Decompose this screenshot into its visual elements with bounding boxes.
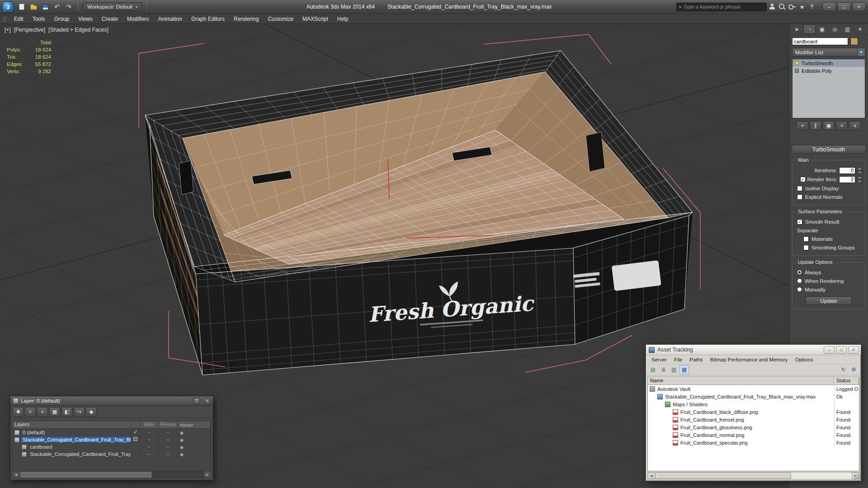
make-unique[interactable]: ▣ [823,121,835,130]
help-icon[interactable]: ? [807,3,816,11]
layer-name[interactable]: Stackable_Corrugated_Cardboard_Fruit_Tra… [28,451,131,457]
object-color-swatch[interactable] [850,38,858,45]
menu-views[interactable]: Views [74,14,97,23]
menu-maxscript[interactable]: MAXScript [298,14,333,23]
current-layer-cell[interactable]: ✓ [131,429,140,436]
hide-cell[interactable]: – [140,436,158,443]
open-file-button[interactable] [29,2,38,11]
asset-row[interactable]: Autodesk Vault Logged O [648,385,859,393]
viewport-general-menu[interactable]: [+] [5,27,11,33]
hide-cell[interactable]: – [140,429,158,436]
scroll-thumb[interactable] [656,473,791,479]
rollout-turbosmooth-header[interactable]: TurboSmooth [792,145,866,154]
pin-stack[interactable]: ⌖ [797,121,808,130]
scroll-left-button[interactable]: ◄ [648,473,655,479]
asset-row[interactable]: Fruit_Cardboard_frensel.png Found [648,416,859,423]
explicit-normals-checkbox[interactable] [797,194,802,200]
delete-layer[interactable]: × [25,407,36,417]
asset-table-header[interactable]: Name Status [648,377,859,385]
favorites-icon[interactable]: ★ [797,3,807,11]
workspace-dropdown[interactable]: Workspace: Default ▾ [83,2,142,11]
modifier-list-dropdown[interactable]: Modifier List ▼ [792,48,865,56]
freeze-cell[interactable]: – [158,450,178,458]
show-end-result[interactable]: ∥ [810,121,821,130]
asset-minimize-button[interactable]: – [824,346,835,354]
asset-row[interactable]: Fruit_Cardboard_specular.png Found [648,439,859,446]
menu-help[interactable]: Help [333,14,353,23]
minimize-button[interactable]: – [822,2,836,11]
menu-group[interactable]: Group [50,14,74,23]
viewport-label[interactable]: [+][Perspective][Shaded + Edged Faces] [5,27,112,33]
update-manually-radio[interactable] [797,287,802,292]
layer-table-header[interactable]: Layers Hide Freeze Render [13,421,211,429]
search-input[interactable] [684,4,764,9]
menu-modifiers[interactable]: Modifiers [123,14,154,23]
layer-row[interactable]: cardboard – – ◉ [13,443,211,450]
current-layer-checkbox[interactable] [133,437,137,441]
separate-materials-checkbox[interactable] [803,236,809,242]
asset-tool-view-columns[interactable]: ▥ [669,365,679,374]
separate-smoothing-groups-checkbox[interactable] [803,245,809,250]
community-icon[interactable] [768,3,777,11]
scroll-thumb[interactable] [20,472,151,478]
asset-menu-paths[interactable]: Paths [686,356,706,363]
current-layer-cell[interactable] [131,443,140,450]
layer-close-button[interactable]: × [203,398,211,404]
layer-name[interactable]: cardboard [28,444,54,450]
new-scene-button[interactable] [17,2,26,11]
select-layer-objects[interactable]: ▦ [49,407,60,417]
update-button[interactable]: Update [806,296,852,305]
search-icon[interactable] [778,3,787,11]
asset-tool-view-details[interactable]: ▦ [679,365,689,374]
iterations-field[interactable]: 0 [839,167,855,174]
remove-modifier[interactable]: × [836,121,848,130]
asset-horizontal-scrollbar[interactable]: ◄ ► [647,472,859,479]
render-cell[interactable]: ◉ [178,443,211,450]
menu-edit[interactable]: Edit [9,14,28,23]
asset-menu-bitmap-performance-and-memory[interactable]: Bitmap Performance and Memory [707,356,792,363]
asset-maximize-button[interactable]: □ [836,346,847,354]
asset-tool-settings[interactable]: ⚙ [849,365,859,374]
hide-cell[interactable]: – [140,450,158,458]
asset-row[interactable]: Fruit_Cardboard_glossiness.png Found [648,423,859,431]
column-name[interactable]: Name [648,377,834,385]
add-to-layer[interactable]: + [37,407,48,417]
close-button[interactable]: × [852,2,866,11]
tab-display[interactable]: ▥ [841,24,854,34]
menu-graph-editors[interactable]: Graph Editors [187,14,229,23]
layer-help-button[interactable]: ? [193,398,200,404]
tab-modify[interactable]: ◔ [803,24,816,34]
merge-layer[interactable]: ↪ [74,407,85,417]
update-when-rendering-radio[interactable] [797,278,802,283]
layer-row[interactable]: Stackable_Corrugated_Cardboard_Fruit_Tra… [13,450,211,458]
freeze-cell[interactable]: – [158,443,178,450]
asset-menu-file[interactable]: File [670,356,686,363]
application-menu-button[interactable]: 3 [2,1,14,12]
asset-row[interactable]: Fruit_Cardboard_normal.png Found [648,431,859,439]
render-iters-checkbox[interactable]: ✓ [800,177,806,182]
column-current[interactable] [131,421,140,428]
layer-name[interactable]: 0 (default) [21,430,47,435]
viewport-shading-menu[interactable]: [Shaded + Edged Faces] [48,27,108,33]
asset-close-button[interactable]: × [848,346,859,354]
modifier-turbosmooth[interactable]: TurboSmooth [793,59,865,67]
layer-properties[interactable]: ◆ [86,407,97,417]
new-layer[interactable]: ✱ [13,407,24,417]
layer-name[interactable]: Stackable_Corrugated_Cardboard_Fruit_Tra… [21,437,131,442]
render-cell[interactable]: ◉ [178,429,211,436]
layer-horizontal-scrollbar[interactable]: ◄ ► [13,471,211,478]
asset-tool-refresh[interactable]: ↻ [839,365,848,374]
asset-tool-view-list[interactable]: ≣ [659,365,668,374]
tab-hierarchy[interactable]: ▣ [816,24,828,34]
scroll-left-button[interactable]: ◄ [13,471,20,478]
viewport-pov-menu[interactable]: [Perspective] [14,27,45,33]
menu-customize[interactable]: Customize [263,14,298,23]
render-cell[interactable]: ◉ [178,450,211,458]
column-freeze[interactable]: Freeze [158,421,178,428]
menu-create[interactable]: Create [97,14,123,23]
current-layer-cell[interactable] [131,450,140,458]
modifier-editable-poly[interactable]: Editable Poly [793,67,865,75]
asset-tracking-titlebar[interactable]: Asset Tracking – □ × [646,345,861,355]
save-file-button[interactable] [41,2,50,11]
column-layers[interactable]: Layers [13,421,131,428]
